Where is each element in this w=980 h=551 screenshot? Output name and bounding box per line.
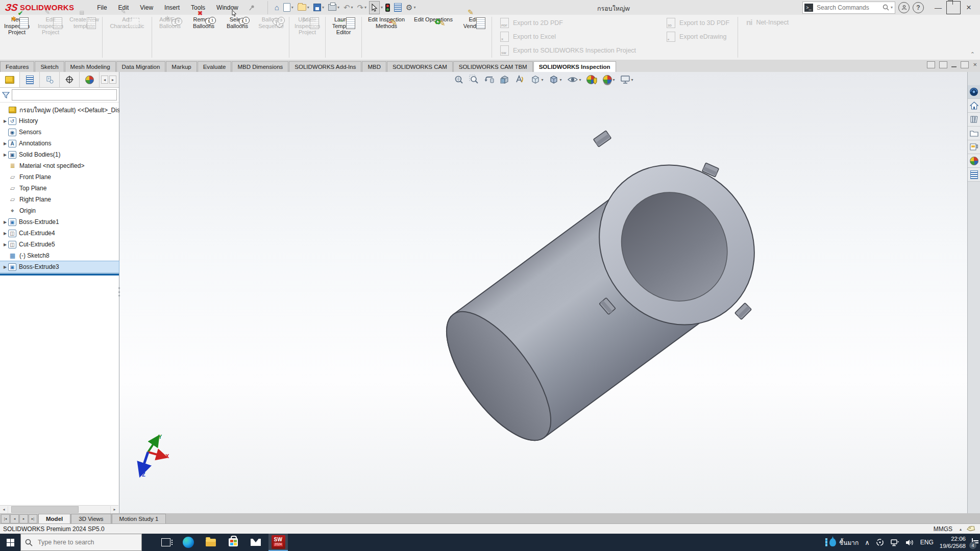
scroll-right-icon[interactable]: ▸ (110, 506, 118, 513)
hidden-icons-chevron[interactable]: ∧ (865, 539, 870, 546)
rollback-bar[interactable] (0, 273, 119, 276)
tab-model[interactable]: Model (38, 514, 70, 523)
zoom-to-fit-button[interactable] (452, 73, 465, 86)
expand-arrow-icon[interactable]: ▶ (2, 153, 8, 157)
tab-solidworks-addins[interactable]: SOLIDWORKS Add-Ins (289, 61, 361, 72)
chevron-down-icon[interactable]: ▾ (381, 5, 383, 10)
remove-balloons-button[interactable]: 11✖ Remove Balloons (187, 15, 220, 60)
task-view-button[interactable] (156, 534, 176, 551)
expand-arrow-icon[interactable]: ▶ (2, 265, 8, 269)
previous-view-button[interactable] (482, 73, 496, 86)
tree-item-cut-extrude4[interactable]: ▶ ◫ Cut-Extrude4 (0, 228, 119, 239)
scroll-right-icon[interactable]: ▸ (109, 76, 116, 84)
language-indicator[interactable]: ENG (920, 539, 934, 546)
section-view-button[interactable] (498, 73, 511, 86)
units-selector[interactable]: MMGS ▴ (934, 525, 962, 533)
custom-properties-button[interactable] (968, 168, 980, 182)
chevron-down-icon[interactable]: ▾ (613, 78, 615, 82)
add-characteristic-button[interactable]: ✎ Add Characteristic (104, 15, 151, 60)
file-explorer-button[interactable] (968, 127, 980, 140)
dock-left-icon[interactable] (927, 61, 935, 68)
export-inspection-project-button[interactable]: SW Export to SOLIDWORKS Inspection Proje… (500, 45, 636, 56)
save-button[interactable]: ▾ (312, 2, 326, 14)
tab-mbd[interactable]: MBD (362, 61, 386, 72)
solidworks-taskbar-button[interactable]: SW2024 (268, 534, 288, 551)
select-tool-button[interactable] (369, 1, 380, 14)
dock-right-icon[interactable] (939, 61, 947, 68)
ribbon-collapse-icon[interactable]: ⌃ (970, 51, 975, 58)
zoom-to-area-button[interactable] (467, 73, 480, 86)
display-style-button[interactable]: ▾ (547, 73, 563, 86)
restore-button[interactable] (946, 2, 961, 14)
export-excel-button[interactable]: X Export to Excel (500, 32, 636, 42)
launch-template-editor-button[interactable]: → Launch Template Editor (327, 15, 360, 60)
tree-item-cut-extrude5[interactable]: ▶ ◫ Cut-Extrude5 (0, 239, 119, 250)
file-explorer-taskbar-button[interactable] (201, 534, 220, 551)
tree-item-front-plane[interactable]: ▱ Front Plane (0, 171, 119, 183)
home-button[interactable]: ⌂ (273, 2, 281, 14)
filter-funnel-icon[interactable] (2, 91, 10, 99)
close-button[interactable]: × (962, 2, 976, 14)
tree-item-sensors[interactable]: ◉ Sensors (0, 127, 119, 138)
edge-browser-button[interactable] (179, 534, 198, 551)
redo-button[interactable]: ↷▾ (356, 2, 369, 14)
chevron-down-icon[interactable]: ▾ (337, 5, 339, 10)
menu-window[interactable]: Window (211, 1, 244, 14)
chevron-down-icon[interactable]: ▾ (559, 78, 561, 82)
next-tab-icon[interactable]: ▸ (19, 514, 28, 523)
file-properties-button[interactable] (393, 2, 403, 14)
tab-motion-study-1[interactable]: Motion Study 1 (112, 514, 166, 523)
tree-root[interactable]: กรอบใหญ่w (Default) <<Default>_Displ (0, 104, 119, 115)
edit-inspection-project-button[interactable]: ✎ Edit Inspection Project (34, 15, 67, 60)
restore-document-icon[interactable] (961, 61, 969, 68)
tab-configuration-manager[interactable] (40, 72, 60, 87)
net-inspect-button[interactable]: ni Net-Inspect (746, 18, 789, 27)
edit-vendors-button[interactable]: ✎ Edit Vendors (457, 15, 491, 60)
help-button[interactable]: ? (913, 2, 924, 13)
new-document-button[interactable]: ▾ (282, 2, 295, 14)
select-balloons-button[interactable]: 11 Select Balloons (220, 15, 254, 60)
network-icon[interactable] (890, 539, 899, 546)
expand-arrow-icon[interactable]: ▶ (2, 119, 8, 123)
export-edrawing-button[interactable]: e Export eDrawing (667, 32, 729, 42)
add-edit-balloons-button[interactable]: 11✱ Add/Edit Balloons (153, 15, 187, 60)
tab-feature-manager[interactable] (0, 72, 20, 87)
chevron-down-icon[interactable]: ▾ (414, 5, 416, 10)
tab-solidworks-inspection[interactable]: SOLIDWORKS Inspection (533, 61, 616, 72)
balloon-sequence-button[interactable]: 123 Balloon Sequence (254, 15, 288, 60)
design-library-button[interactable] (968, 113, 980, 127)
apply-scene-button[interactable]: ▾ (601, 74, 617, 85)
first-tab-icon[interactable]: |◂ (1, 514, 10, 523)
graphics-viewport[interactable]: ▾ ▾ ▾ ▾ (119, 72, 967, 513)
tab-evaluate[interactable]: Evaluate (198, 61, 232, 72)
export-2d-pdf-button[interactable]: PDF Export to 2D PDF (500, 18, 636, 28)
scroll-left-icon[interactable]: ◂ (101, 76, 108, 84)
mail-button[interactable] (246, 534, 265, 551)
tab-dimxpert-manager[interactable] (60, 72, 80, 87)
weather-widget[interactable]: ชื้นมาก (825, 538, 859, 547)
chevron-down-icon[interactable]: ▾ (307, 5, 309, 10)
export-3d-pdf-button[interactable]: 3D Export to 3D PDF (667, 18, 729, 28)
minimize-button[interactable]: — (931, 2, 945, 14)
expand-arrow-icon[interactable]: ▶ (2, 141, 8, 146)
rebuild-button[interactable] (384, 2, 391, 14)
tree-item-solid-bodies[interactable]: ▶ ▣ Solid Bodies(1) (0, 149, 119, 160)
tag-icon[interactable] (967, 526, 975, 533)
chevron-down-icon[interactable]: ▾ (322, 5, 324, 10)
close-document-icon[interactable]: × (973, 62, 977, 67)
appearances-scenes-button[interactable] (968, 154, 980, 168)
tab-solidworks-cam[interactable]: SOLIDWORKS CAM (387, 61, 453, 72)
tree-item-annotations[interactable]: ▶ A Annotations (0, 138, 119, 149)
last-tab-icon[interactable]: ▸| (29, 514, 37, 523)
pin-menu-icon[interactable] (249, 5, 255, 11)
tree-filter-input[interactable] (12, 89, 117, 101)
command-search-box[interactable]: >_ ▾ (802, 2, 895, 14)
taskbar-search-box[interactable] (20, 534, 142, 551)
expand-arrow-icon[interactable]: ▶ (2, 242, 8, 247)
tree-item-boss-extrude3[interactable]: ▶ ▣ Boss-Extrude3 (0, 261, 119, 272)
scroll-left-icon[interactable]: ◂ (0, 506, 8, 513)
update-inspection-project-button[interactable]: ↻ Update Inspection Project (290, 15, 324, 60)
print-button[interactable]: ▾ (327, 2, 341, 14)
edit-inspection-methods-button[interactable]: ⌁✎ Edit Inspection Methods (363, 15, 410, 60)
chevron-down-icon[interactable]: ▾ (631, 78, 633, 82)
